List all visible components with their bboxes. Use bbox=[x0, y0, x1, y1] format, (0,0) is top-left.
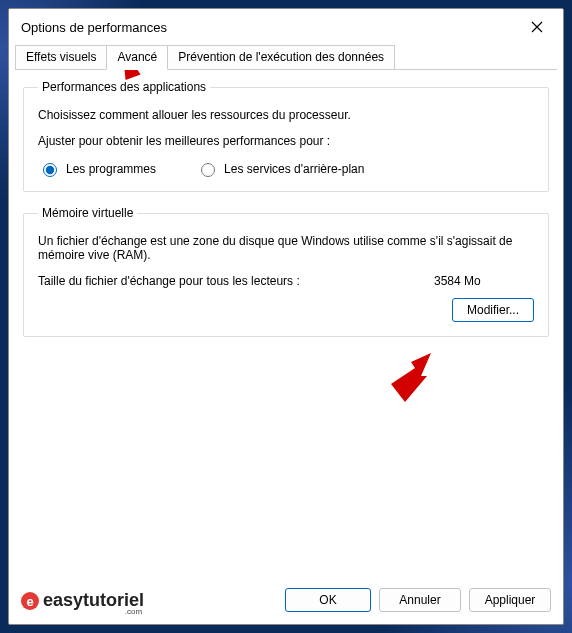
adjust-label: Ajuster pour obtenir les meilleures perf… bbox=[38, 134, 534, 148]
radio-services-label: Les services d'arrière-plan bbox=[224, 162, 364, 176]
brand-logo-icon: e bbox=[21, 592, 39, 610]
window-title: Options de performances bbox=[21, 20, 519, 35]
vm-size-label: Taille du fichier d'échange pour tous le… bbox=[38, 274, 434, 288]
watermark: e easytutoriel .com bbox=[21, 590, 144, 611]
group-virtual-memory-legend: Mémoire virtuelle bbox=[38, 206, 137, 220]
vm-size-row: Taille du fichier d'échange pour tous le… bbox=[38, 274, 534, 288]
radio-services[interactable]: Les services d'arrière-plan bbox=[196, 160, 364, 177]
group-virtual-memory: Mémoire virtuelle Un fichier d'échange e… bbox=[23, 206, 549, 337]
group-app-performance: Performances des applications Choisissez… bbox=[23, 80, 549, 192]
radio-programs[interactable]: Les programmes bbox=[38, 160, 156, 177]
app-perf-description: Choisissez comment allouer les ressource… bbox=[38, 108, 534, 122]
performance-options-window: Options de performances Effets visuels A… bbox=[8, 8, 564, 625]
tab-content: Performances des applications Choisissez… bbox=[9, 70, 563, 580]
tab-visual-effects[interactable]: Effets visuels bbox=[15, 45, 107, 69]
dialog-footer: e easytutoriel .com OK Annuler Appliquer bbox=[9, 580, 563, 624]
apply-button[interactable]: Appliquer bbox=[469, 588, 551, 612]
radio-services-input[interactable] bbox=[201, 163, 215, 177]
vm-description: Un fichier d'échange est une zone du dis… bbox=[38, 234, 534, 262]
svg-marker-1 bbox=[391, 353, 431, 402]
brand-dotcom: .com bbox=[125, 607, 142, 616]
radio-programs-label: Les programmes bbox=[66, 162, 156, 176]
modify-button[interactable]: Modifier... bbox=[452, 298, 534, 322]
ok-button[interactable]: OK bbox=[285, 588, 371, 612]
svg-marker-0 bbox=[115, 70, 141, 80]
group-app-performance-legend: Performances des applications bbox=[38, 80, 210, 94]
adjust-radio-group: Les programmes Les services d'arrière-pl… bbox=[38, 160, 534, 177]
annotation-arrow-modify bbox=[371, 348, 441, 408]
window-close-button[interactable] bbox=[519, 13, 555, 41]
tab-dep[interactable]: Prévention de l'exécution des données bbox=[167, 45, 395, 69]
close-icon bbox=[531, 21, 543, 33]
cancel-button[interactable]: Annuler bbox=[379, 588, 461, 612]
radio-programs-input[interactable] bbox=[43, 163, 57, 177]
tab-strip: Effets visuels Avancé Prévention de l'ex… bbox=[15, 45, 557, 70]
titlebar: Options de performances bbox=[9, 9, 563, 45]
vm-size-value: 3584 Mo bbox=[434, 274, 534, 288]
tab-advanced[interactable]: Avancé bbox=[106, 45, 168, 70]
